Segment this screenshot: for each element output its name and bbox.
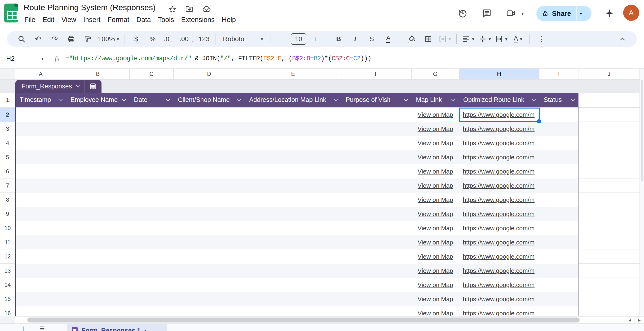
column-filter-chevron-icon[interactable] [334,97,338,101]
menu-format[interactable]: Format [104,15,133,25]
cell-G5[interactable]: View on Map [412,150,459,164]
cell-J4[interactable] [578,136,640,150]
cell-G4[interactable]: View on Map [412,136,459,150]
column-header-B[interactable]: B [66,68,130,79]
map-link[interactable]: View on Map [418,267,453,275]
map-link[interactable]: View on Map [418,168,453,175]
cell-H5[interactable]: https://www.google.com/m [459,150,540,164]
table-band[interactable]: View on Maphttps://www.google.com/m [16,292,578,306]
vertical-scrollbar[interactable] [640,68,644,316]
row-header-5[interactable]: 5 [0,150,16,164]
cell-J15[interactable] [578,292,640,306]
column-header-I[interactable]: I [540,68,578,79]
optimized-route-link[interactable]: https://www.google.com/m [463,154,534,161]
table-band[interactable]: View on Maphttps://www.google.com/m [16,235,578,249]
zoom-select[interactable]: 100% ▾ [96,33,120,45]
column-filter-chevron-icon[interactable] [532,97,536,101]
row-header-8[interactable]: 8 [0,193,16,207]
strikethrough-button[interactable]: S [364,33,380,45]
column-header-H[interactable]: H [459,68,540,79]
optimized-route-link[interactable]: https://www.google.com/m [463,182,534,189]
cell-J3[interactable] [578,122,640,136]
move-to-folder-icon[interactable] [185,5,194,13]
scroll-right-arrow[interactable]: ▸ [634,317,644,324]
gemini-spark-icon[interactable] [603,6,616,20]
cell-G2[interactable]: View on Map [412,108,459,122]
table-tools-button[interactable] [84,80,102,93]
row-header-9[interactable]: 9 [0,207,16,221]
print-button[interactable] [64,33,79,45]
table-band[interactable]: View on Maphttps://www.google.com/m [16,122,578,136]
more-toolbar-options-button[interactable]: ⋮ [534,33,549,45]
cell-G6[interactable]: View on Map [412,164,459,179]
optimized-route-link[interactable]: https://www.google.com/m [463,125,534,133]
cell-G8[interactable]: View on Map [412,193,459,207]
cell-G14[interactable]: View on Map [412,278,459,292]
menu-edit[interactable]: Edit [39,15,58,25]
optimized-route-link[interactable]: https://www.google.com/m [463,196,534,204]
map-link[interactable]: View on Map [418,310,453,317]
column-filter-chevron-icon[interactable] [404,97,408,101]
cell-H12[interactable]: https://www.google.com/m [459,249,540,264]
row-header-10[interactable]: 10 [0,221,16,235]
meet-dropdown-caret[interactable]: ▾ [522,11,524,16]
optimized-route-link[interactable]: https://www.google.com/m [463,281,534,289]
menu-extensions[interactable]: Extensions [178,15,218,25]
table-band[interactable]: View on Maphttps://www.google.com/m [16,264,578,278]
cell-G3[interactable]: View on Map [412,122,459,136]
row-header-13[interactable]: 13 [0,264,16,278]
table-header-purpose-of-visit[interactable]: Purpose of Visit [342,93,412,107]
optimized-route-link[interactable]: https://www.google.com/m [463,139,534,147]
optimized-route-link[interactable]: https://www.google.com/m [463,296,534,303]
table-header-optimized-route-link[interactable]: Optimized Route Link [459,93,540,107]
row-header-7[interactable]: 7 [0,179,16,193]
map-link[interactable]: View on Map [418,111,453,118]
cell-G9[interactable]: View on Map [412,207,459,221]
menu-help[interactable]: Help [218,15,240,25]
horizontal-scrollbar[interactable]: ◂ ▸ [16,316,644,324]
cloud-status-icon[interactable] [202,5,211,14]
cell-J7[interactable] [578,179,640,193]
map-link[interactable]: View on Map [418,196,453,204]
font-size-input[interactable]: 10 [291,33,306,45]
decrease-decimal-button[interactable]: .0← [161,33,177,45]
cell-J13[interactable] [578,264,640,278]
map-link[interactable]: View on Map [418,296,453,303]
cell-H8[interactable]: https://www.google.com/m [459,193,540,207]
share-button[interactable]: Share ▾ [536,6,592,21]
map-link[interactable]: View on Map [418,281,453,289]
cell-H15[interactable]: https://www.google.com/m [459,292,540,306]
toolbar-search-button[interactable] [14,33,29,45]
table-header-employee-name[interactable]: Employee Name [66,93,130,107]
cell-G7[interactable]: View on Map [412,179,459,193]
cell-H11[interactable]: https://www.google.com/m [459,235,540,249]
optimized-route-link[interactable]: https://www.google.com/m [463,310,534,317]
format-currency-button[interactable]: $ [128,33,144,45]
text-wrap-button[interactable]: ▾ [494,33,509,45]
table-header-status[interactable]: Status [540,93,578,107]
cell-H13[interactable]: https://www.google.com/m [459,264,540,278]
cell-G11[interactable]: View on Map [412,235,459,249]
sheets-logo[interactable] [4,3,18,22]
table-band[interactable]: View on Maphttps://www.google.com/m [16,179,578,193]
cell-J11[interactable] [578,235,640,249]
cell-G15[interactable]: View on Map [412,292,459,306]
optimized-route-link[interactable]: https://www.google.com/m [463,225,534,232]
row-header-11[interactable]: 11 [0,235,16,249]
table-band[interactable]: View on Maphttps://www.google.com/m [16,278,578,292]
optimized-route-link[interactable]: https://www.google.com/m [463,210,534,218]
cell-H4[interactable]: https://www.google.com/m [459,136,540,150]
name-box[interactable]: H2 ▾ [0,55,44,62]
formula-input[interactable]: ="https://www.google.com/maps/dir/" & JO… [66,55,371,62]
table-band[interactable]: View on Maphttps://www.google.com/m [16,136,578,150]
cell-J6[interactable] [578,164,640,179]
number-format-button[interactable]: 123 [196,33,212,45]
column-filter-chevron-icon[interactable] [59,97,63,101]
italic-button[interactable]: I [347,33,363,45]
optimized-route-link[interactable]: https://www.google.com/m [463,239,534,246]
row-header-14[interactable]: 14 [0,278,16,292]
cell-J8[interactable] [578,193,640,207]
font-select[interactable]: Roboto ▾ [220,33,266,45]
sheet-tab-caret[interactable]: ▾ [144,328,146,331]
header-row-cell-J[interactable] [578,93,640,108]
